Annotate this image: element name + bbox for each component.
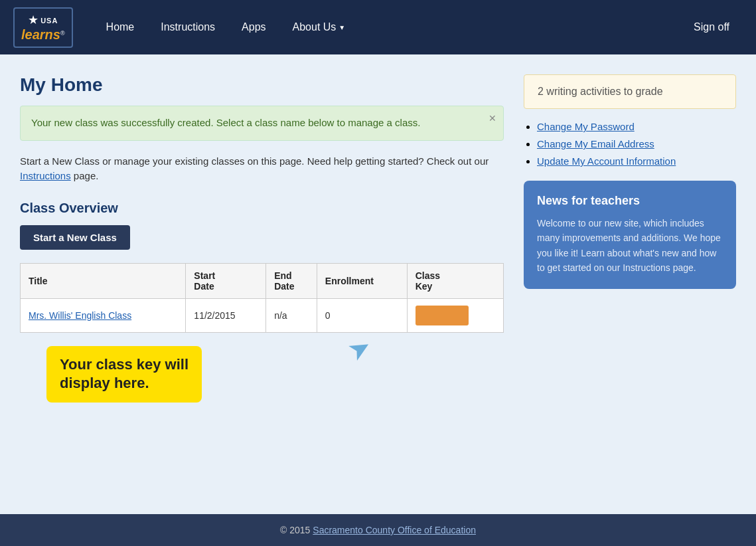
- class-name-link[interactable]: Mrs. Willis' English Class: [29, 310, 131, 321]
- col-start-date: StartDate: [186, 263, 266, 298]
- logo-learns-text: learns: [21, 27, 60, 42]
- left-column: My Home Your new class was successfully …: [20, 74, 504, 501]
- class-overview-title: Class Overview: [20, 201, 504, 216]
- chevron-down-icon: ▼: [339, 24, 345, 31]
- intro-paragraph: Start a New Class or manage your existin…: [20, 154, 504, 184]
- right-column: 2 writing activities to grade Change My …: [524, 74, 736, 501]
- list-item: Change My Email Address: [537, 138, 736, 150]
- footer-link[interactable]: Sacramento County Office of Education: [313, 525, 476, 535]
- logo-usa-text: USA: [40, 17, 58, 25]
- list-item: Change My Password: [537, 121, 736, 133]
- class-key-cell: [407, 298, 503, 332]
- table-row: Mrs. Willis' English Class 11/2/2015 n/a…: [21, 298, 504, 332]
- logo-registered: ®: [60, 29, 65, 36]
- tooltip-area: Your class key willdisplay here. ➤: [20, 339, 504, 419]
- col-end-date: EndDate: [266, 263, 317, 298]
- list-item: Update My Account Information: [537, 155, 736, 167]
- update-account-link[interactable]: Update My Account Information: [537, 155, 676, 167]
- change-password-link[interactable]: Change My Password: [537, 121, 635, 132]
- footer: © 2015 Sacramento County Office of Educa…: [0, 514, 756, 546]
- star-icon: ★: [28, 13, 38, 27]
- close-icon[interactable]: ✕: [489, 112, 496, 126]
- alert-text: Your new class was successfully created.…: [31, 117, 420, 128]
- writing-banner: 2 writing activities to grade: [524, 74, 736, 109]
- arrow-icon: ➤: [342, 329, 377, 367]
- news-text: Welcome to our new site, which includes …: [537, 216, 723, 276]
- change-email-link[interactable]: Change My Email Address: [537, 138, 654, 149]
- logo[interactable]: ★ USA learns®: [13, 7, 73, 48]
- start-new-class-button[interactable]: Start a New Class: [20, 225, 130, 250]
- col-title: Title: [21, 263, 186, 298]
- class-table: Title StartDate EndDate Enrollment Class…: [20, 263, 504, 333]
- nav-signoff[interactable]: Sign off: [680, 0, 743, 54]
- start-date-cell: 11/2/2015: [186, 298, 266, 332]
- nav-apps[interactable]: Apps: [228, 0, 279, 54]
- class-name-cell: Mrs. Willis' English Class: [21, 298, 186, 332]
- nav-about[interactable]: About Us ▼: [279, 0, 359, 54]
- class-key-button[interactable]: [416, 306, 469, 325]
- navbar: ★ USA learns® Home Instructions Apps Abo…: [0, 0, 756, 54]
- footer-text: © 2015: [280, 525, 313, 535]
- news-box: News for teachers Welcome to our new sit…: [524, 181, 736, 289]
- instructions-link[interactable]: Instructions: [20, 170, 71, 181]
- tooltip-bubble: Your class key willdisplay here.: [46, 346, 202, 403]
- success-alert: Your new class was successfully created.…: [20, 106, 504, 141]
- page-title: My Home: [20, 74, 504, 96]
- main-content: My Home Your new class was successfully …: [0, 54, 756, 514]
- enrollment-cell: 0: [317, 298, 407, 332]
- nav-instructions[interactable]: Instructions: [147, 0, 228, 54]
- nav-home[interactable]: Home: [93, 0, 148, 54]
- news-title: News for teachers: [537, 194, 723, 208]
- end-date-cell: n/a: [266, 298, 317, 332]
- col-class-key: ClassKey: [407, 263, 503, 298]
- col-enrollment: Enrollment: [317, 263, 407, 298]
- quick-links-list: Change My Password Change My Email Addre…: [524, 121, 736, 167]
